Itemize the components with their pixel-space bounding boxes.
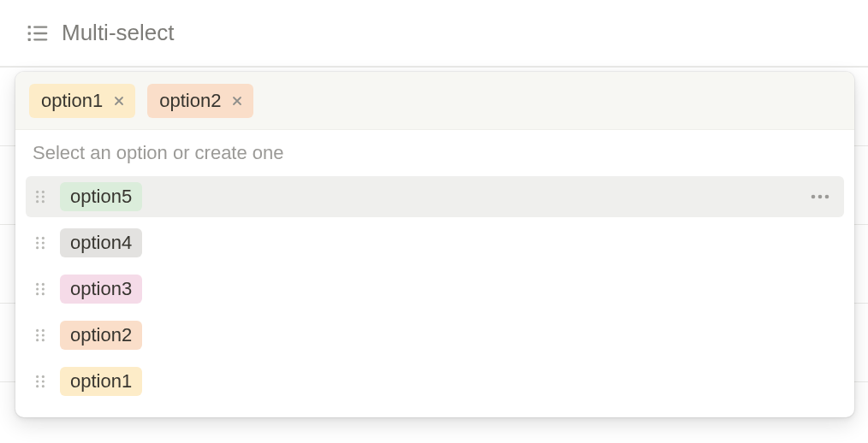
svg-point-14 <box>825 195 829 199</box>
svg-point-22 <box>42 283 45 286</box>
drag-handle-icon[interactable] <box>33 235 48 251</box>
selected-tag-label: option1 <box>41 92 104 110</box>
more-icon[interactable] <box>805 185 835 209</box>
option-tag-label: option3 <box>70 278 132 300</box>
drag-handle-icon[interactable] <box>33 374 48 389</box>
svg-rect-0 <box>28 26 31 28</box>
svg-point-27 <box>36 329 39 332</box>
close-icon[interactable] <box>228 92 247 110</box>
option-tag: option3 <box>60 275 142 304</box>
svg-point-11 <box>42 200 45 203</box>
svg-rect-3 <box>33 32 47 33</box>
svg-point-29 <box>36 334 39 336</box>
option-row[interactable]: option4 <box>26 222 844 263</box>
svg-rect-2 <box>28 32 31 34</box>
option-row[interactable]: option5 <box>26 176 844 217</box>
svg-point-16 <box>42 237 45 239</box>
drag-handle-icon[interactable] <box>33 281 48 297</box>
selected-tag: option1 <box>29 84 135 118</box>
svg-point-18 <box>42 241 45 244</box>
multi-select-icon <box>26 21 50 45</box>
svg-point-15 <box>36 237 39 239</box>
svg-point-8 <box>36 195 39 198</box>
svg-point-32 <box>42 339 45 341</box>
helper-text: Select an option or create one <box>15 130 854 173</box>
svg-point-10 <box>36 200 39 203</box>
svg-point-21 <box>36 283 39 286</box>
close-icon[interactable] <box>110 92 128 110</box>
svg-rect-1 <box>33 26 47 27</box>
option-tag: option2 <box>60 321 142 350</box>
svg-point-9 <box>42 195 45 198</box>
option-row[interactable]: option3 <box>26 269 844 310</box>
svg-point-24 <box>42 287 45 290</box>
drag-handle-icon[interactable] <box>33 189 48 204</box>
svg-rect-4 <box>28 38 31 40</box>
selected-tag: option2 <box>147 84 253 118</box>
svg-point-30 <box>42 334 45 336</box>
svg-point-13 <box>818 195 823 199</box>
svg-point-38 <box>42 385 45 387</box>
svg-point-7 <box>42 191 45 193</box>
drag-handle-icon[interactable] <box>33 328 48 343</box>
option-tag-label: option5 <box>70 186 132 208</box>
svg-point-25 <box>36 292 39 295</box>
svg-point-23 <box>36 287 39 290</box>
option-tag-label: option1 <box>70 370 132 393</box>
svg-point-20 <box>42 246 45 249</box>
svg-point-28 <box>42 329 45 332</box>
options-list: option5option4option3option2option1 <box>15 173 854 411</box>
selected-tags-bar[interactable]: option1option2 <box>15 72 854 130</box>
svg-point-19 <box>36 246 39 249</box>
svg-point-37 <box>36 385 39 387</box>
option-row[interactable]: option1 <box>26 361 844 402</box>
svg-point-35 <box>36 380 39 382</box>
option-tag: option5 <box>60 182 142 211</box>
select-popup: option1option2 Select an option or creat… <box>15 72 854 417</box>
svg-point-36 <box>42 380 45 382</box>
svg-point-34 <box>42 375 45 378</box>
selected-tag-label: option2 <box>159 92 223 110</box>
option-row[interactable]: option2 <box>26 315 844 356</box>
property-title: Multi-select <box>62 20 174 46</box>
option-tag-label: option2 <box>70 324 132 346</box>
option-tag: option4 <box>60 228 142 257</box>
option-tag-label: option4 <box>70 232 132 254</box>
option-tag: option1 <box>60 367 142 396</box>
svg-point-17 <box>36 241 39 244</box>
property-header[interactable]: Multi-select <box>0 0 868 67</box>
svg-point-12 <box>812 195 816 199</box>
svg-point-33 <box>36 375 39 378</box>
svg-point-6 <box>36 191 39 193</box>
svg-point-26 <box>42 292 45 295</box>
svg-point-31 <box>36 339 39 341</box>
svg-rect-5 <box>33 38 47 40</box>
